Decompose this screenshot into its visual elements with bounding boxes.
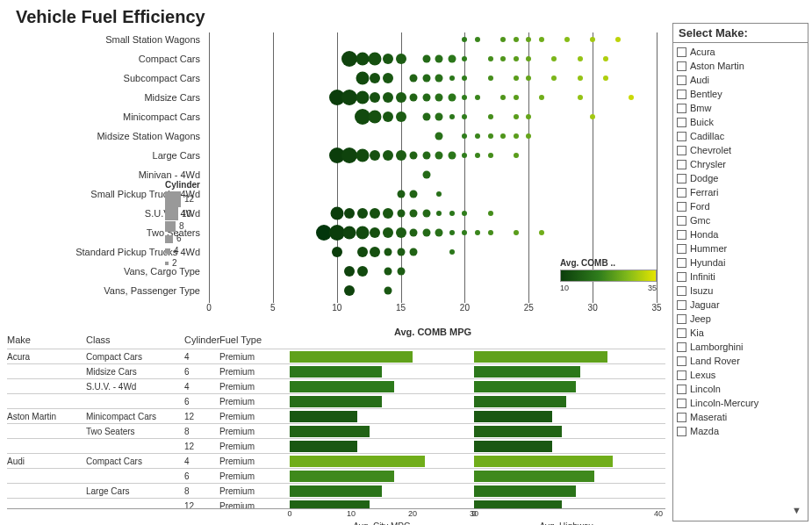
data-point[interactable]	[475, 95, 480, 100]
table-row[interactable]: 6Premium	[7, 393, 665, 408]
data-point[interactable]	[448, 152, 456, 160]
data-point[interactable]	[410, 75, 418, 83]
make-filter-item[interactable]: Ford	[677, 199, 804, 213]
data-point[interactable]	[526, 133, 531, 139]
checkbox-icon[interactable]	[677, 385, 686, 394]
make-filter-item[interactable]: Isuzu	[677, 284, 804, 298]
data-point[interactable]	[435, 113, 443, 121]
data-point[interactable]	[422, 55, 430, 63]
data-point[interactable]	[383, 150, 393, 161]
table-row[interactable]: AudiCompact Cars4Premium	[7, 453, 665, 468]
data-point[interactable]	[384, 287, 392, 295]
data-point[interactable]	[357, 208, 368, 219]
checkbox-icon[interactable]	[677, 104, 686, 113]
data-point[interactable]	[539, 95, 544, 100]
data-point[interactable]	[435, 133, 443, 140]
data-point[interactable]	[462, 230, 467, 235]
checkbox-icon[interactable]	[677, 314, 686, 324]
data-point[interactable]	[356, 72, 369, 85]
make-filter-item[interactable]: Audi	[677, 73, 804, 87]
data-point[interactable]	[526, 56, 531, 61]
data-point[interactable]	[410, 229, 418, 237]
data-point[interactable]	[383, 208, 393, 219]
data-point[interactable]	[396, 150, 406, 161]
checkbox-icon[interactable]	[677, 90, 686, 99]
checkbox-icon[interactable]	[677, 413, 686, 422]
data-point[interactable]	[578, 76, 583, 81]
data-point[interactable]	[383, 92, 393, 103]
data-point[interactable]	[356, 53, 369, 66]
data-point[interactable]	[526, 76, 531, 81]
table-row[interactable]: AcuraCompact Cars4Premium	[7, 349, 665, 363]
data-point[interactable]	[526, 114, 531, 119]
data-point[interactable]	[435, 75, 443, 83]
data-point[interactable]	[436, 191, 442, 197]
data-point[interactable]	[332, 247, 342, 257]
data-point[interactable]	[514, 95, 519, 100]
make-filter-item[interactable]: Lincoln	[677, 382, 804, 396]
data-point[interactable]	[449, 114, 455, 119]
data-point[interactable]	[344, 266, 355, 277]
th-make[interactable]: Make	[7, 334, 86, 345]
checkbox-icon[interactable]	[677, 230, 686, 240]
make-filter-item[interactable]: Hyundai	[677, 255, 804, 270]
table-row[interactable]: Aston MartinMinicompact Cars12Premium	[7, 408, 665, 423]
checkbox-icon[interactable]	[677, 174, 686, 183]
data-point[interactable]	[462, 114, 467, 119]
data-point[interactable]	[615, 37, 621, 42]
data-point[interactable]	[462, 153, 467, 158]
make-filter-item[interactable]: Lincoln-Mercury	[677, 396, 804, 410]
make-filter-item[interactable]: Ferrari	[677, 185, 804, 199]
make-filter-item[interactable]: Jeep	[677, 312, 804, 326]
data-point[interactable]	[396, 111, 406, 122]
data-point[interactable]	[370, 227, 380, 238]
data-point[interactable]	[564, 37, 570, 42]
make-filter-item[interactable]: Kia	[677, 326, 804, 340]
data-point[interactable]	[500, 95, 506, 100]
make-filter-item[interactable]: Gmc	[677, 213, 804, 227]
checkbox-icon[interactable]	[677, 427, 686, 436]
data-point[interactable]	[462, 56, 467, 61]
data-point[interactable]	[526, 37, 531, 42]
data-point[interactable]	[578, 95, 583, 100]
data-point[interactable]	[384, 268, 392, 276]
data-point[interactable]	[462, 211, 467, 216]
data-point[interactable]	[514, 76, 519, 81]
data-point[interactable]	[488, 230, 493, 235]
data-point[interactable]	[590, 37, 595, 42]
table-row[interactable]: Midsize Cars6Premium	[7, 363, 665, 378]
data-point[interactable]	[369, 53, 382, 66]
checkbox-icon[interactable]	[677, 300, 686, 310]
data-point[interactable]	[514, 230, 519, 235]
data-point[interactable]	[578, 56, 583, 61]
data-point[interactable]	[435, 94, 443, 102]
table-row[interactable]: Large Cars8Premium	[7, 483, 665, 498]
make-filter-item[interactable]: Mazda	[677, 424, 804, 438]
table-row[interactable]: 12Premium	[7, 498, 665, 508]
checkbox-icon[interactable]	[677, 272, 686, 282]
data-point[interactable]	[384, 248, 392, 256]
data-point[interactable]	[475, 230, 480, 235]
data-point[interactable]	[435, 152, 443, 160]
data-point[interactable]	[488, 114, 493, 119]
data-point[interactable]	[500, 37, 506, 42]
data-point[interactable]	[488, 211, 493, 216]
checkbox-icon[interactable]	[677, 132, 686, 141]
make-filter-item[interactable]: Bmw	[677, 101, 804, 115]
make-filter-item[interactable]: Hummer	[677, 241, 804, 255]
checkbox-icon[interactable]	[677, 160, 686, 169]
table-row[interactable]: 6Premium	[7, 468, 665, 483]
checkbox-icon[interactable]	[677, 118, 686, 127]
th-class[interactable]: Class	[86, 334, 184, 345]
data-point[interactable]	[422, 210, 430, 218]
data-point[interactable]	[462, 76, 467, 81]
make-filter-item[interactable]: Chevrolet	[677, 143, 804, 157]
data-point[interactable]	[383, 111, 393, 122]
checkbox-icon[interactable]	[677, 216, 686, 226]
data-point[interactable]	[396, 227, 406, 238]
data-point[interactable]	[629, 95, 634, 100]
checkbox-icon[interactable]	[677, 76, 686, 85]
data-point[interactable]	[396, 54, 406, 64]
make-filter-item[interactable]: Infiniti	[677, 270, 804, 284]
data-point[interactable]	[410, 210, 418, 218]
